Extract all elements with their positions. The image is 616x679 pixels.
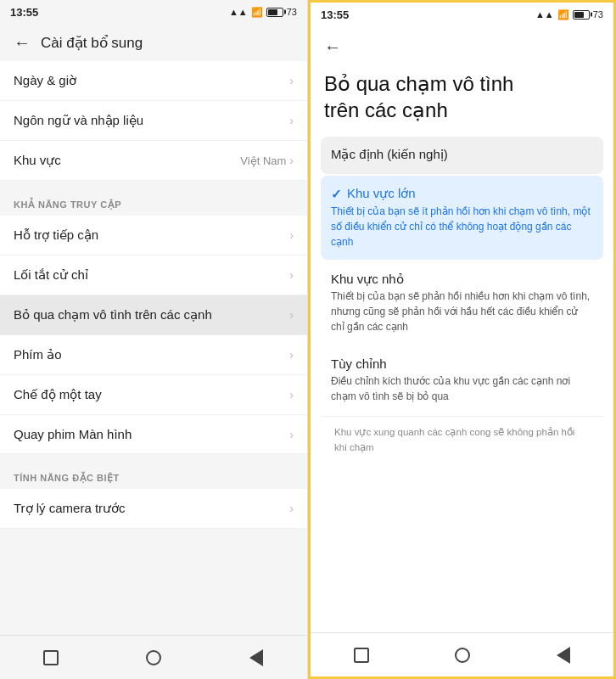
menu-item-datetime-label: Ngày & giờ: [14, 73, 76, 88]
chevron-icon: ›: [289, 348, 294, 362]
right-time: 13:55: [321, 8, 349, 21]
right-title-text: Bỏ qua chạm vô tình trên các cạnh: [324, 72, 513, 121]
signal-icon: ▲▲: [535, 9, 554, 20]
option-small-title: Khu vực nhỏ: [331, 272, 593, 287]
option-large-title: ✓ Khu vực lớn: [331, 186, 593, 202]
signal-icon: ▲▲: [229, 7, 248, 17]
menu-item-virtual-keyboard[interactable]: Phím ảo ›: [0, 335, 307, 375]
divider-2: [0, 454, 307, 461]
option-custom-label: Tùy chỉnh: [331, 356, 387, 372]
nav-square-button[interactable]: [350, 643, 373, 667]
options-list: Mặc định (kiến nghị) ✓ Khu vực lớn Thiết…: [311, 137, 613, 632]
menu-item-ignore-touch-label: Bỏ qua chạm vô tình trên các cạnh: [14, 307, 212, 323]
left-status-bar: 13:55 ▲▲ 📶 73: [0, 0, 307, 24]
nav-home-button[interactable]: [142, 646, 165, 670]
right-panel: 13:55 ▲▲ 📶 73 ← Bỏ qua chạm vô tình trên…: [308, 0, 616, 679]
menu-item-language-label: Ngôn ngữ và nhập liệu: [14, 113, 143, 128]
option-custom-desc: Điều chỉnh kích thước của khu vực gần cá…: [331, 373, 593, 404]
battery-level: 73: [593, 9, 603, 20]
right-status-icons: ▲▲ 📶 73: [535, 9, 603, 20]
region-value-area: Việt Nam ›: [240, 154, 294, 167]
divider-1: [0, 181, 307, 188]
nav-square-icon: [43, 650, 59, 665]
nav-home-button[interactable]: [451, 643, 474, 667]
menu-item-language[interactable]: Ngôn ngữ và nhập liệu ›: [0, 101, 307, 141]
menu-item-ignore-touch[interactable]: Bỏ qua chạm vô tình trên các cạnh ›: [0, 295, 307, 335]
chevron-icon: ›: [289, 114, 294, 127]
menu-item-region-label: Khu vực: [14, 153, 61, 168]
right-back-button[interactable]: ←: [324, 37, 341, 57]
region-value: Việt Nam: [240, 154, 286, 167]
left-header: ← Cài đặt bổ sung: [0, 24, 307, 61]
battery-icon: [266, 8, 283, 17]
option-custom-title: Tùy chỉnh: [331, 356, 593, 372]
right-header: ←: [311, 26, 613, 64]
menu-item-datetime[interactable]: Ngày & giờ ›: [0, 61, 307, 101]
battery-icon: [573, 10, 590, 20]
chevron-icon: ›: [289, 308, 294, 322]
battery-level: 73: [287, 7, 297, 17]
nav-triangle-icon: [249, 649, 263, 666]
nav-triangle-icon: [557, 647, 570, 664]
right-title-area: Bỏ qua chạm vô tình trên các cạnh: [311, 64, 613, 137]
option-large[interactable]: ✓ Khu vực lớn Thiết bị của bạn sẽ ít phả…: [321, 176, 603, 260]
option-default-label: Mặc định (kiến nghị): [331, 147, 448, 162]
left-nav-bar: [0, 635, 307, 679]
menu-item-front-camera-label: Trợ lý camera trước: [14, 501, 126, 516]
wifi-icon: 📶: [251, 7, 263, 18]
option-default[interactable]: Mặc định (kiến nghị): [321, 137, 603, 174]
menu-item-support-label: Hỗ trợ tiếp cận: [14, 227, 98, 243]
right-page-title: Bỏ qua chạm vô tình trên các cạnh: [324, 70, 600, 123]
menu-item-one-hand-label: Chế độ một tay: [14, 387, 102, 402]
special-section-label: TÍNH NĂNG ĐẶC BIỆT: [0, 461, 307, 489]
option-custom[interactable]: Tùy chỉnh Điều chỉnh kích thước của khu …: [321, 346, 603, 414]
chevron-icon: ›: [289, 228, 294, 242]
menu-item-gesture-label: Lối tắt cử chỉ: [14, 267, 88, 283]
menu-item-region[interactable]: Khu vực Việt Nam ›: [0, 141, 307, 181]
option-default-title: Mặc định (kiến nghị): [331, 147, 593, 162]
menu-item-support[interactable]: Hỗ trợ tiếp cận ›: [0, 216, 307, 255]
chevron-icon: ›: [289, 74, 294, 87]
nav-back-button[interactable]: [244, 646, 268, 670]
chevron-icon: ›: [289, 502, 294, 515]
left-page-title: Cài đặt bổ sung: [41, 34, 143, 52]
option-large-label: Khu vực lớn: [347, 186, 416, 201]
left-status-icons: ▲▲ 📶 73: [229, 7, 297, 18]
option-small-desc: Thiết bị của bạn sẽ phản hồi nhiều hơn k…: [331, 289, 593, 334]
nav-circle-icon: [455, 648, 470, 663]
option-large-desc: Thiết bị của bạn sẽ ít phản hồi hơn khi …: [331, 204, 593, 250]
check-mark-icon: ✓: [331, 187, 342, 202]
right-nav-bar: [311, 632, 613, 676]
right-status-bar: 13:55 ▲▲ 📶 73: [311, 3, 613, 26]
chevron-icon: ›: [289, 388, 294, 401]
option-small[interactable]: Khu vực nhỏ Thiết bị của bạn sẽ phản hồi…: [321, 261, 603, 345]
menu-item-front-camera[interactable]: Trợ lý camera trước ›: [0, 489, 307, 529]
menu-item-gesture[interactable]: Lối tắt cử chỉ ›: [0, 255, 307, 295]
nav-circle-icon: [146, 650, 161, 665]
nav-square-icon: [354, 648, 369, 663]
bottom-note: Khu vực xung quanh các cạnh cong sẽ khôn…: [321, 416, 603, 460]
menu-item-screen-record-label: Quay phim Màn hình: [14, 427, 132, 441]
menu-item-virtual-keyboard-label: Phím ảo: [14, 347, 62, 362]
chevron-icon: ›: [289, 428, 294, 441]
chevron-icon: ›: [289, 154, 294, 167]
accessibility-section-label: KHẢ NĂNG TRUY CẬP: [0, 188, 307, 216]
menu-item-one-hand[interactable]: Chế độ một tay ›: [0, 375, 307, 415]
wifi-icon: 📶: [557, 9, 569, 20]
left-time: 13:55: [10, 6, 38, 19]
left-panel: 13:55 ▲▲ 📶 73 ← Cài đặt bổ sung Ngày & g…: [0, 0, 308, 679]
chevron-icon: ›: [289, 268, 294, 282]
menu-item-screen-record[interactable]: Quay phim Màn hình ›: [0, 415, 307, 454]
nav-back-button[interactable]: [552, 643, 575, 667]
left-back-button[interactable]: ←: [14, 33, 31, 53]
nav-square-button[interactable]: [39, 646, 63, 670]
option-small-label: Khu vực nhỏ: [331, 272, 404, 287]
